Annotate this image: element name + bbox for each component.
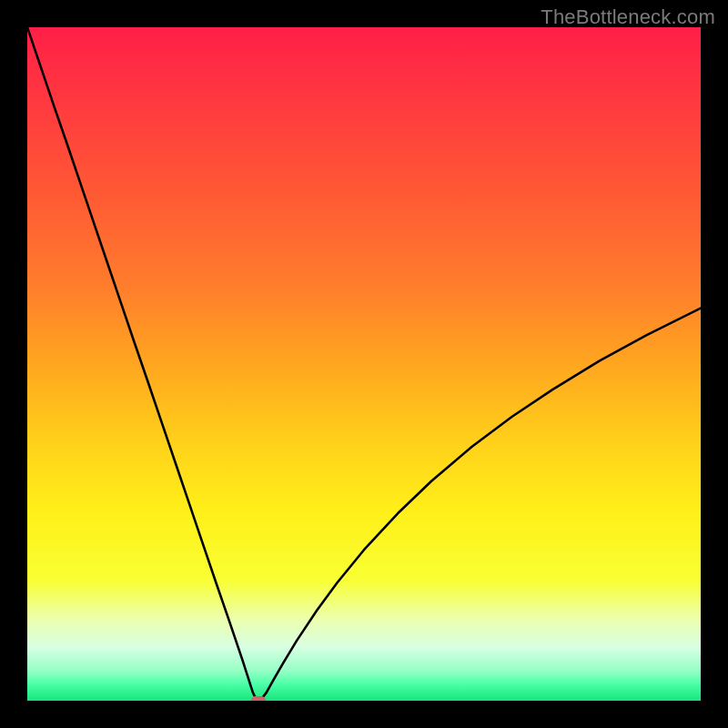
plot-area	[27, 27, 701, 701]
svg-rect-0	[27, 27, 701, 701]
watermark-text: TheBottleneck.com	[541, 5, 715, 29]
background-gradient	[27, 27, 701, 701]
chart-frame: { "watermark": "TheBottleneck.com", "mar…	[0, 0, 728, 728]
